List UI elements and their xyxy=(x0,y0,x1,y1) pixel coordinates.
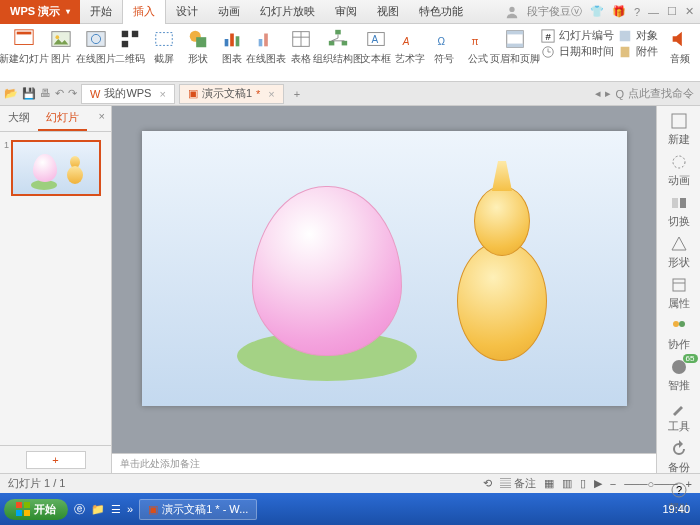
rp-tools[interactable]: 工具 xyxy=(668,399,690,434)
tab-start[interactable]: 开始 xyxy=(80,0,122,24)
user-name[interactable]: 段宇俊豆ⓥ xyxy=(527,4,582,19)
svg-rect-42 xyxy=(672,114,686,128)
chevron-left-icon[interactable]: ◂ xyxy=(595,87,601,100)
screenshot-button[interactable]: 截屏 xyxy=(148,26,180,68)
symbol-button[interactable]: Ω符号 xyxy=(428,26,460,68)
open-icon[interactable]: 📂 xyxy=(4,87,18,100)
slide-number: 1 xyxy=(4,140,9,196)
document-tab-bar: 📂 💾 🖶 ↶ ↷ W我的WPS× ▣演示文稿1*× + ◂ ▸ Q 点此查找命… xyxy=(0,82,700,106)
outline-tab[interactable]: 大纲 xyxy=(0,106,38,131)
canvas-area[interactable]: 单击此处添加备注 xyxy=(112,106,656,473)
chevron-right-icon[interactable]: ▸ xyxy=(605,87,611,100)
view-normal-icon[interactable]: ▦ xyxy=(544,477,554,490)
dropdown-icon: ▾ xyxy=(66,7,70,16)
slide-canvas[interactable] xyxy=(142,131,627,406)
minimize-icon[interactable]: — xyxy=(648,6,659,18)
svg-rect-37 xyxy=(620,30,631,41)
maximize-icon[interactable]: ☐ xyxy=(667,5,677,18)
rp-new[interactable]: 新建 xyxy=(668,112,690,147)
undo-icon[interactable]: ↶ xyxy=(55,87,64,100)
save-icon[interactable]: 💾 xyxy=(22,87,36,100)
redo-icon[interactable]: ↷ xyxy=(68,87,77,100)
slide-number-button[interactable]: #幻灯片编号对象 xyxy=(541,28,658,43)
new-tab-button[interactable]: + xyxy=(288,88,306,100)
taskbar-item-wps[interactable]: ▣演示文稿1 * - W... xyxy=(139,499,257,520)
tab-review[interactable]: 审阅 xyxy=(325,0,367,24)
tab-design[interactable]: 设计 xyxy=(166,0,208,24)
gift-icon[interactable]: 🎁 xyxy=(612,5,626,18)
svg-rect-12 xyxy=(196,37,206,47)
notes-toggle[interactable]: ▤ 备注 xyxy=(500,476,536,491)
tab-insert[interactable]: 插入 xyxy=(122,0,166,24)
image-button[interactable]: 图片 xyxy=(45,26,77,68)
print-icon[interactable]: 🖶 xyxy=(40,87,51,100)
rp-collab[interactable]: 协作 xyxy=(668,317,690,352)
taskbar-clock[interactable]: 19:40 xyxy=(662,503,696,515)
loop-icon[interactable]: ⟲ xyxy=(483,477,492,490)
shape-button[interactable]: 形状 xyxy=(182,26,214,68)
start-button[interactable]: 开始 xyxy=(4,499,68,520)
thumbnail-row[interactable]: 1 xyxy=(4,140,107,196)
command-search[interactable]: ◂ ▸ Q 点此查找命令 xyxy=(595,86,700,101)
view-sorter-icon[interactable]: ▥ xyxy=(562,477,572,490)
svg-rect-45 xyxy=(680,198,686,208)
chart-button[interactable]: 图表 xyxy=(216,26,248,68)
tb-folder-icon[interactable]: 📁 xyxy=(91,503,105,516)
notes-area[interactable]: 单击此处添加备注 xyxy=(112,453,656,473)
online-chart-button[interactable]: 在线图表 xyxy=(250,26,283,68)
rp-transition[interactable]: 切换 xyxy=(668,194,690,229)
doctab-doc1[interactable]: ▣演示文稿1*× xyxy=(179,84,284,104)
tab-features[interactable]: 特色功能 xyxy=(409,0,473,24)
doctab-mywps[interactable]: W我的WPS× xyxy=(81,84,175,104)
sound-button[interactable]: 音频 xyxy=(664,26,696,68)
panel-close-icon[interactable]: × xyxy=(93,106,111,131)
qrcode-button[interactable]: 二维码 xyxy=(114,26,146,68)
header-footer-button[interactable]: 页眉和页脚 xyxy=(496,26,535,68)
tb-ie-icon[interactable]: ⓔ xyxy=(74,502,85,517)
close-tab-icon[interactable]: × xyxy=(268,88,274,100)
add-slide-button[interactable]: + xyxy=(26,451,86,469)
table-button[interactable]: 表格 xyxy=(285,26,317,68)
slides-tab[interactable]: 幻灯片 xyxy=(38,106,87,131)
slide-thumbnail[interactable] xyxy=(11,140,101,196)
online-image-button[interactable]: 在线图片 xyxy=(79,26,112,68)
tab-slideshow[interactable]: 幻灯片放映 xyxy=(250,0,325,24)
shape-peach[interactable] xyxy=(252,186,402,356)
right-sidebar: 新建 动画 切换 形状 属性 协作 智推 工具 备份 ?帮助 xyxy=(656,106,700,473)
rp-recommend[interactable]: 智推 xyxy=(668,358,690,393)
svg-text:π: π xyxy=(472,36,479,47)
rp-shape[interactable]: 形状 xyxy=(668,235,690,270)
tab-animation[interactable]: 动画 xyxy=(208,0,250,24)
view-reading-icon[interactable]: ▯ xyxy=(580,477,586,490)
wordart-button[interactable]: A艺术字 xyxy=(394,26,426,68)
zoom-in-icon[interactable]: + xyxy=(686,478,692,490)
rp-animation[interactable]: 动画 xyxy=(668,153,690,188)
new-slide-button[interactable]: 新建幻灯片 xyxy=(4,26,43,68)
zoom-slider[interactable]: ───○─── xyxy=(624,478,677,490)
view-slideshow-icon[interactable]: ▶ xyxy=(594,477,602,490)
app-menu-button[interactable]: WPS 演示 ▾ xyxy=(0,0,80,24)
close-icon[interactable]: ✕ xyxy=(685,5,694,18)
ribbon: 新建幻灯片 图片 在线图片 二维码 截屏 形状 图表 在线图表 表格 组织结构图… xyxy=(0,24,700,82)
user-icon xyxy=(505,5,519,19)
smartart-button[interactable]: 组织结构图 xyxy=(319,26,358,68)
textbox-button[interactable]: A文本框 xyxy=(360,26,392,68)
tb-app-icon[interactable]: ☰ xyxy=(111,503,121,516)
close-tab-icon[interactable]: × xyxy=(159,88,165,100)
slide-indicator: 幻灯片 1 / 1 xyxy=(8,476,65,491)
svg-rect-56 xyxy=(16,510,22,516)
datetime-button[interactable]: 日期和时间附件 xyxy=(541,44,658,59)
zoom-out-icon[interactable]: − xyxy=(610,478,616,490)
svg-text:A: A xyxy=(402,36,410,47)
shirt-icon[interactable]: 👕 xyxy=(590,5,604,18)
help-icon[interactable]: ? xyxy=(634,6,640,18)
titlebar: WPS 演示 ▾ 开始 插入 设计 动画 幻灯片放映 审阅 视图 特色功能 段宇… xyxy=(0,0,700,24)
taskbar: 开始 ⓔ 📁 ☰ » ▣演示文稿1 * - W... 19:40 xyxy=(0,493,700,525)
rp-properties[interactable]: 属性 xyxy=(668,276,690,311)
shape-gourd[interactable] xyxy=(452,161,552,371)
rp-backup[interactable]: 备份 xyxy=(668,440,690,475)
formula-button[interactable]: π公式 xyxy=(462,26,494,68)
svg-rect-5 xyxy=(86,32,104,47)
tab-view[interactable]: 视图 xyxy=(367,0,409,24)
status-bar: 幻灯片 1 / 1 ⟲ ▤ 备注 ▦ ▥ ▯ ▶ − ───○─── + xyxy=(0,473,700,493)
